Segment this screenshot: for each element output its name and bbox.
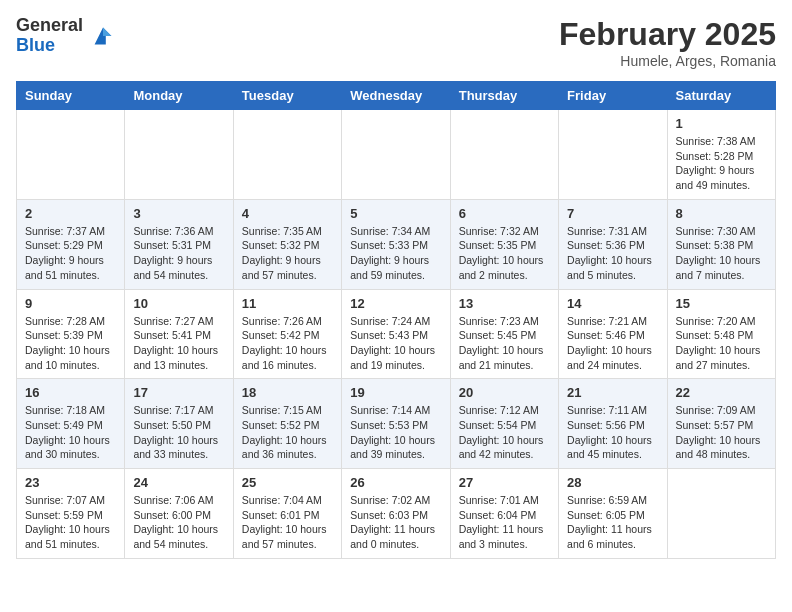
day-info: Sunrise: 7:34 AM Sunset: 5:33 PM Dayligh… — [350, 224, 441, 283]
day-number: 19 — [350, 385, 441, 400]
calendar-cell: 21Sunrise: 7:11 AM Sunset: 5:56 PM Dayli… — [559, 379, 667, 469]
calendar-cell: 16Sunrise: 7:18 AM Sunset: 5:49 PM Dayli… — [17, 379, 125, 469]
day-number: 1 — [676, 116, 767, 131]
day-info: Sunrise: 7:12 AM Sunset: 5:54 PM Dayligh… — [459, 403, 550, 462]
day-number: 26 — [350, 475, 441, 490]
calendar-cell: 5Sunrise: 7:34 AM Sunset: 5:33 PM Daylig… — [342, 199, 450, 289]
calendar-cell: 18Sunrise: 7:15 AM Sunset: 5:52 PM Dayli… — [233, 379, 341, 469]
calendar-cell: 10Sunrise: 7:27 AM Sunset: 5:41 PM Dayli… — [125, 289, 233, 379]
month-year-title: February 2025 — [559, 16, 776, 53]
day-number: 12 — [350, 296, 441, 311]
day-info: Sunrise: 7:26 AM Sunset: 5:42 PM Dayligh… — [242, 314, 333, 373]
calendar-cell — [342, 110, 450, 200]
day-number: 11 — [242, 296, 333, 311]
day-info: Sunrise: 7:28 AM Sunset: 5:39 PM Dayligh… — [25, 314, 116, 373]
day-info: Sunrise: 7:27 AM Sunset: 5:41 PM Dayligh… — [133, 314, 224, 373]
calendar-cell: 4Sunrise: 7:35 AM Sunset: 5:32 PM Daylig… — [233, 199, 341, 289]
weekday-header-tuesday: Tuesday — [233, 82, 341, 110]
day-info: Sunrise: 7:23 AM Sunset: 5:45 PM Dayligh… — [459, 314, 550, 373]
day-number: 7 — [567, 206, 658, 221]
weekday-header-sunday: Sunday — [17, 82, 125, 110]
day-info: Sunrise: 7:02 AM Sunset: 6:03 PM Dayligh… — [350, 493, 441, 552]
day-number: 28 — [567, 475, 658, 490]
day-number: 24 — [133, 475, 224, 490]
day-number: 4 — [242, 206, 333, 221]
day-info: Sunrise: 7:15 AM Sunset: 5:52 PM Dayligh… — [242, 403, 333, 462]
calendar-cell — [125, 110, 233, 200]
day-number: 27 — [459, 475, 550, 490]
calendar-cell: 2Sunrise: 7:37 AM Sunset: 5:29 PM Daylig… — [17, 199, 125, 289]
day-info: Sunrise: 7:37 AM Sunset: 5:29 PM Dayligh… — [25, 224, 116, 283]
logo-general-text: General — [16, 16, 83, 36]
day-number: 14 — [567, 296, 658, 311]
calendar-week-row: 16Sunrise: 7:18 AM Sunset: 5:49 PM Dayli… — [17, 379, 776, 469]
calendar-cell — [233, 110, 341, 200]
day-info: Sunrise: 7:18 AM Sunset: 5:49 PM Dayligh… — [25, 403, 116, 462]
day-number: 25 — [242, 475, 333, 490]
day-number: 16 — [25, 385, 116, 400]
day-number: 9 — [25, 296, 116, 311]
day-info: Sunrise: 7:36 AM Sunset: 5:31 PM Dayligh… — [133, 224, 224, 283]
weekday-header-thursday: Thursday — [450, 82, 558, 110]
calendar-cell: 14Sunrise: 7:21 AM Sunset: 5:46 PM Dayli… — [559, 289, 667, 379]
day-number: 20 — [459, 385, 550, 400]
calendar-cell: 3Sunrise: 7:36 AM Sunset: 5:31 PM Daylig… — [125, 199, 233, 289]
logo-blue-text: Blue — [16, 36, 83, 56]
day-info: Sunrise: 7:21 AM Sunset: 5:46 PM Dayligh… — [567, 314, 658, 373]
calendar-cell: 11Sunrise: 7:26 AM Sunset: 5:42 PM Dayli… — [233, 289, 341, 379]
day-number: 21 — [567, 385, 658, 400]
calendar-cell: 25Sunrise: 7:04 AM Sunset: 6:01 PM Dayli… — [233, 469, 341, 559]
day-number: 15 — [676, 296, 767, 311]
calendar-cell: 20Sunrise: 7:12 AM Sunset: 5:54 PM Dayli… — [450, 379, 558, 469]
calendar-cell: 17Sunrise: 7:17 AM Sunset: 5:50 PM Dayli… — [125, 379, 233, 469]
day-info: Sunrise: 7:17 AM Sunset: 5:50 PM Dayligh… — [133, 403, 224, 462]
calendar-cell: 15Sunrise: 7:20 AM Sunset: 5:48 PM Dayli… — [667, 289, 775, 379]
day-number: 8 — [676, 206, 767, 221]
calendar-week-row: 1Sunrise: 7:38 AM Sunset: 5:28 PM Daylig… — [17, 110, 776, 200]
day-info: Sunrise: 7:20 AM Sunset: 5:48 PM Dayligh… — [676, 314, 767, 373]
day-info: Sunrise: 7:07 AM Sunset: 5:59 PM Dayligh… — [25, 493, 116, 552]
day-info: Sunrise: 7:32 AM Sunset: 5:35 PM Dayligh… — [459, 224, 550, 283]
day-number: 2 — [25, 206, 116, 221]
day-number: 10 — [133, 296, 224, 311]
day-info: Sunrise: 6:59 AM Sunset: 6:05 PM Dayligh… — [567, 493, 658, 552]
page-header: General Blue February 2025 Humele, Arges… — [16, 16, 776, 69]
svg-marker-1 — [103, 27, 111, 35]
calendar-header-row: SundayMondayTuesdayWednesdayThursdayFrid… — [17, 82, 776, 110]
day-info: Sunrise: 7:09 AM Sunset: 5:57 PM Dayligh… — [676, 403, 767, 462]
day-number: 5 — [350, 206, 441, 221]
day-info: Sunrise: 7:11 AM Sunset: 5:56 PM Dayligh… — [567, 403, 658, 462]
logo-icon — [89, 22, 117, 50]
calendar-cell — [559, 110, 667, 200]
weekday-header-wednesday: Wednesday — [342, 82, 450, 110]
calendar-week-row: 23Sunrise: 7:07 AM Sunset: 5:59 PM Dayli… — [17, 469, 776, 559]
weekday-header-monday: Monday — [125, 82, 233, 110]
day-info: Sunrise: 7:38 AM Sunset: 5:28 PM Dayligh… — [676, 134, 767, 193]
day-number: 3 — [133, 206, 224, 221]
calendar-cell: 9Sunrise: 7:28 AM Sunset: 5:39 PM Daylig… — [17, 289, 125, 379]
day-info: Sunrise: 7:35 AM Sunset: 5:32 PM Dayligh… — [242, 224, 333, 283]
day-info: Sunrise: 7:31 AM Sunset: 5:36 PM Dayligh… — [567, 224, 658, 283]
day-info: Sunrise: 7:30 AM Sunset: 5:38 PM Dayligh… — [676, 224, 767, 283]
calendar-cell: 8Sunrise: 7:30 AM Sunset: 5:38 PM Daylig… — [667, 199, 775, 289]
calendar-cell: 27Sunrise: 7:01 AM Sunset: 6:04 PM Dayli… — [450, 469, 558, 559]
title-section: February 2025 Humele, Arges, Romania — [559, 16, 776, 69]
calendar-cell: 12Sunrise: 7:24 AM Sunset: 5:43 PM Dayli… — [342, 289, 450, 379]
calendar-cell — [667, 469, 775, 559]
location-subtitle: Humele, Arges, Romania — [559, 53, 776, 69]
day-number: 17 — [133, 385, 224, 400]
day-number: 13 — [459, 296, 550, 311]
calendar-cell: 1Sunrise: 7:38 AM Sunset: 5:28 PM Daylig… — [667, 110, 775, 200]
calendar-cell: 23Sunrise: 7:07 AM Sunset: 5:59 PM Dayli… — [17, 469, 125, 559]
day-info: Sunrise: 7:04 AM Sunset: 6:01 PM Dayligh… — [242, 493, 333, 552]
day-info: Sunrise: 7:14 AM Sunset: 5:53 PM Dayligh… — [350, 403, 441, 462]
calendar-cell: 22Sunrise: 7:09 AM Sunset: 5:57 PM Dayli… — [667, 379, 775, 469]
day-number: 18 — [242, 385, 333, 400]
logo: General Blue — [16, 16, 117, 56]
day-info: Sunrise: 7:06 AM Sunset: 6:00 PM Dayligh… — [133, 493, 224, 552]
calendar-week-row: 9Sunrise: 7:28 AM Sunset: 5:39 PM Daylig… — [17, 289, 776, 379]
calendar-cell: 28Sunrise: 6:59 AM Sunset: 6:05 PM Dayli… — [559, 469, 667, 559]
weekday-header-saturday: Saturday — [667, 82, 775, 110]
calendar-cell: 6Sunrise: 7:32 AM Sunset: 5:35 PM Daylig… — [450, 199, 558, 289]
day-info: Sunrise: 7:24 AM Sunset: 5:43 PM Dayligh… — [350, 314, 441, 373]
